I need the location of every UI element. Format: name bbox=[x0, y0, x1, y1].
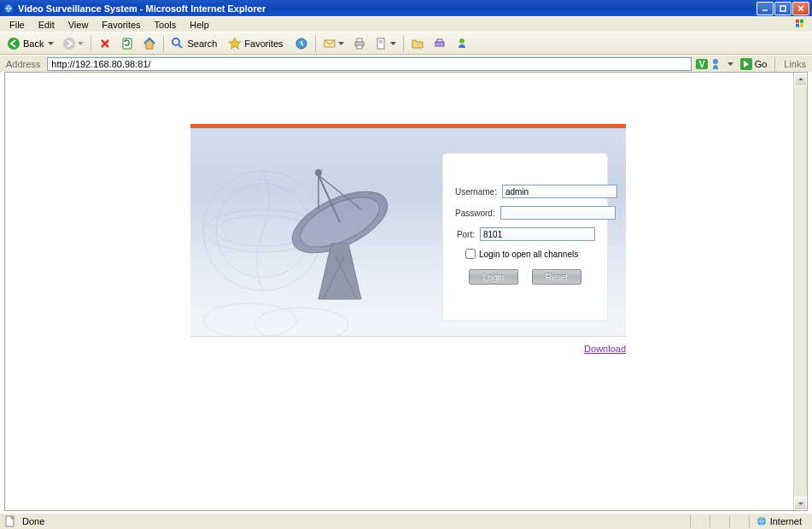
svg-rect-15 bbox=[357, 38, 362, 42]
home-button[interactable] bbox=[139, 34, 160, 53]
svg-rect-20 bbox=[435, 42, 444, 46]
status-text: Done bbox=[22, 516, 44, 526]
print-button[interactable] bbox=[349, 34, 370, 53]
svg-rect-2 bbox=[780, 6, 786, 11]
menu-edit[interactable]: Edit bbox=[32, 19, 61, 31]
open-all-channels-checkbox[interactable] bbox=[465, 249, 476, 259]
status-segment bbox=[690, 515, 704, 527]
roboform-icon[interactable] bbox=[710, 57, 724, 71]
page-icon bbox=[3, 514, 17, 528]
page-viewport: Username: Password: Port: Login to open … bbox=[4, 72, 808, 511]
folder-button[interactable] bbox=[407, 34, 428, 53]
go-icon bbox=[739, 57, 753, 71]
window-title: Video Surveillance System - Microsoft In… bbox=[18, 3, 756, 14]
password-input[interactable] bbox=[500, 206, 616, 220]
ie-icon bbox=[3, 3, 15, 15]
address-input[interactable] bbox=[47, 57, 691, 71]
search-icon bbox=[171, 37, 184, 50]
username-input[interactable] bbox=[502, 185, 617, 198]
edit-icon bbox=[375, 37, 388, 50]
windows-flag-icon bbox=[795, 18, 810, 31]
svg-point-39 bbox=[203, 303, 297, 336]
messenger-button[interactable] bbox=[452, 34, 472, 53]
menu-favorites[interactable]: Favorites bbox=[96, 19, 146, 31]
stop-icon bbox=[98, 37, 112, 50]
open-all-channels-label: Login to open all channels bbox=[479, 250, 578, 259]
window-titlebar: Video Surveillance System - Microsoft In… bbox=[0, 0, 812, 16]
rss-icon bbox=[433, 37, 447, 50]
login-form: Username: Password: Port: Login to open … bbox=[443, 154, 607, 320]
dropdown-icon bbox=[48, 42, 54, 45]
print-icon bbox=[353, 37, 366, 50]
mail-button[interactable] bbox=[319, 34, 348, 53]
back-icon bbox=[7, 37, 20, 50]
refresh-button[interactable] bbox=[117, 34, 137, 53]
menu-file[interactable]: File bbox=[3, 19, 31, 31]
back-button[interactable]: Back bbox=[3, 34, 57, 53]
search-label: Search bbox=[187, 38, 217, 49]
svg-point-5 bbox=[8, 38, 20, 50]
forward-icon bbox=[62, 37, 76, 50]
separator bbox=[774, 56, 775, 72]
download-link[interactable]: Download bbox=[584, 344, 626, 354]
zone-segment: Internet bbox=[749, 515, 809, 527]
svg-rect-16 bbox=[357, 45, 362, 49]
search-button[interactable]: Search bbox=[167, 34, 223, 53]
toolbar: Back Search Favorites bbox=[0, 32, 812, 55]
panel-footer bbox=[190, 336, 626, 338]
dropdown-icon bbox=[338, 42, 344, 45]
internet-zone-icon bbox=[757, 516, 767, 526]
messenger-icon bbox=[455, 37, 469, 50]
svg-point-6 bbox=[63, 38, 75, 50]
svg-point-22 bbox=[459, 38, 464, 44]
status-segment bbox=[729, 515, 744, 527]
go-label: Go bbox=[755, 59, 768, 69]
port-label: Port: bbox=[455, 230, 475, 239]
minimize-button[interactable] bbox=[757, 2, 774, 15]
svg-line-11 bbox=[178, 44, 182, 48]
separator bbox=[163, 36, 164, 51]
svg-rect-17 bbox=[377, 38, 384, 49]
rss-button[interactable] bbox=[429, 34, 450, 53]
separator bbox=[403, 36, 404, 51]
maximize-button[interactable] bbox=[774, 2, 792, 15]
svg-rect-21 bbox=[437, 39, 442, 42]
favorites-button[interactable]: Favorites bbox=[225, 34, 289, 53]
menu-tools[interactable]: Tools bbox=[149, 19, 183, 31]
norton-icon[interactable]: V bbox=[695, 57, 709, 71]
refresh-icon bbox=[120, 37, 134, 50]
zone-label: Internet bbox=[770, 516, 802, 526]
svg-point-25 bbox=[713, 59, 718, 64]
vertical-scrollbar[interactable] bbox=[793, 73, 807, 510]
login-button[interactable]: Login bbox=[469, 269, 518, 285]
forward-button[interactable] bbox=[59, 34, 87, 53]
home-icon bbox=[143, 37, 156, 50]
dropdown-icon bbox=[727, 62, 733, 66]
reset-button[interactable]: Reset bbox=[532, 269, 581, 285]
address-label: Address bbox=[3, 59, 44, 69]
stop-button[interactable] bbox=[95, 34, 115, 53]
status-segment bbox=[710, 515, 724, 527]
download-row: Download bbox=[190, 339, 626, 354]
favorites-icon bbox=[228, 37, 242, 50]
menubar: File Edit View Favorites Tools Help bbox=[0, 16, 812, 32]
dropdown-icon bbox=[78, 42, 84, 45]
edit-button[interactable] bbox=[371, 34, 400, 53]
username-label: Username: bbox=[455, 187, 497, 197]
scroll-up-icon[interactable] bbox=[794, 73, 807, 86]
history-icon bbox=[295, 37, 308, 50]
port-input[interactable] bbox=[480, 227, 595, 241]
mail-icon bbox=[323, 37, 336, 50]
go-button[interactable]: Go bbox=[737, 57, 770, 71]
menu-view[interactable]: View bbox=[62, 19, 95, 31]
links-label[interactable]: Links bbox=[780, 59, 809, 69]
history-button[interactable] bbox=[291, 34, 312, 53]
folder-icon bbox=[411, 37, 424, 50]
password-label: Password: bbox=[455, 209, 495, 218]
close-button[interactable] bbox=[792, 2, 809, 15]
dropdown-icon bbox=[390, 42, 396, 45]
svg-point-36 bbox=[315, 169, 322, 176]
svg-point-40 bbox=[254, 308, 348, 336]
menu-help[interactable]: Help bbox=[184, 19, 215, 31]
scroll-down-icon[interactable] bbox=[794, 497, 807, 510]
